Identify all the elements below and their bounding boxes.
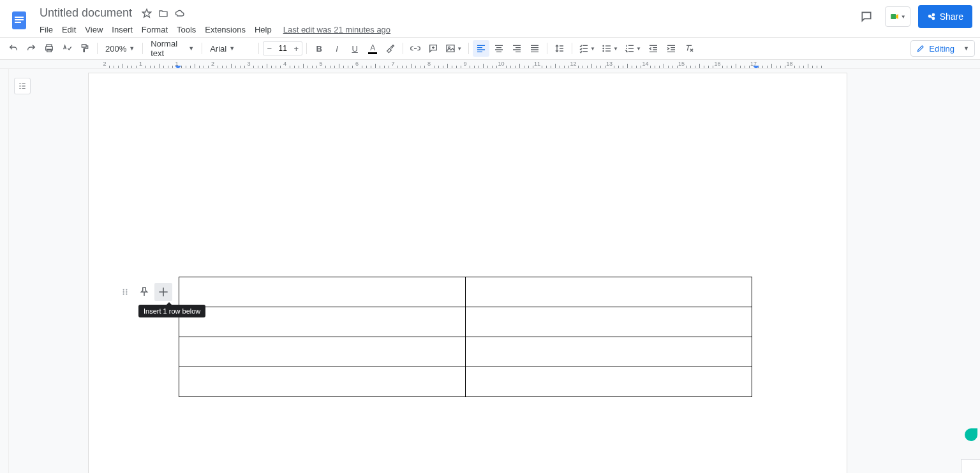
docs-logo[interactable] [8,9,31,32]
ruler-number: 2 [211,61,214,67]
toolbar-separator [547,43,547,54]
insert-link-button[interactable] [407,40,424,57]
ruler-number: 5 [319,61,322,67]
menu-insert[interactable]: Insert [108,22,137,37]
font-size-control: − + [263,41,302,55]
undo-button[interactable] [5,40,22,57]
checklist-button[interactable]: ▼ [576,40,598,57]
spellcheck-button[interactable] [59,40,75,57]
toolbar-separator [97,43,98,54]
ruler-number: 8 [427,61,431,67]
ruler-number: 11 [534,61,540,67]
menu-extensions[interactable]: Extensions [201,22,249,37]
header-right: ▼ Share [856,5,972,28]
svg-rect-5 [891,14,896,19]
svg-rect-3 [15,22,21,23]
horizontal-ruler[interactable]: 21123456789101112131415161718 [0,60,980,69]
redo-button[interactable] [23,40,40,57]
font-size-decrease[interactable]: − [264,42,275,55]
meet-button[interactable]: ▼ [885,6,910,27]
menu-help[interactable]: Help [251,22,276,37]
svg-rect-17 [605,50,611,51]
font-size-increase[interactable]: + [290,42,302,55]
align-center-button[interactable] [491,40,507,57]
svg-marker-6 [896,14,898,19]
zoom-select[interactable]: 200%▼ [101,41,138,56]
title-row: Untitled document [36,5,856,21]
ruler-number: 12 [570,61,576,67]
ruler-number: 13 [606,61,612,67]
align-left-button[interactable] [473,40,489,57]
toolbar-separator [572,43,572,54]
toolbar: 200%▼ Normal text▼ Arial▼ − + B I U A ▼ … [0,37,980,60]
font-select[interactable]: Arial▼ [206,41,255,56]
document-title[interactable]: Untitled document [36,5,136,21]
align-right-button[interactable] [509,40,525,57]
ruler-number: 15 [678,61,685,67]
line-spacing-button[interactable] [551,40,568,57]
bold-button[interactable]: B [311,40,327,57]
ruler-number: 4 [283,61,286,67]
svg-point-14 [602,50,604,52]
title-icons [141,8,186,19]
svg-marker-4 [142,9,151,17]
underline-button[interactable]: U [346,40,363,57]
insert-image-button[interactable]: ▼ [443,40,464,57]
ruler-number: 2 [103,61,106,67]
ruler-number: 14 [642,61,648,67]
menu-format[interactable]: Format [138,22,172,37]
italic-button[interactable]: I [329,40,345,57]
svg-rect-9 [47,49,52,52]
menubar: File Edit View Insert Format Tools Exten… [36,22,856,37]
header: Untitled document File Edit View Insert … [0,0,980,37]
ruler-number: 7 [391,61,394,67]
clear-formatting-button[interactable] [681,40,697,57]
paint-format-button[interactable] [77,40,93,57]
svg-point-13 [602,48,604,50]
menu-tools[interactable]: Tools [173,22,200,37]
star-icon[interactable] [141,8,152,19]
svg-rect-15 [605,45,611,46]
numbered-list-button[interactable]: ▼ [622,40,644,57]
menu-file[interactable]: File [36,22,57,37]
toolbar-separator [403,43,403,54]
ruler-number: 18 [786,61,792,67]
decrease-indent-button[interactable] [645,40,662,57]
share-label: Share [940,11,963,22]
share-button[interactable]: Share [918,5,972,28]
toolbar-separator [468,43,469,54]
toolbar-separator [258,43,259,54]
ruler-number: 6 [355,61,359,67]
last-edit-link[interactable]: Last edit was 21 minutes ago [283,25,390,34]
toolbar-separator [142,43,143,54]
ruler-number: 16 [714,61,720,67]
menu-edit[interactable]: Edit [58,22,80,37]
comment-history-icon[interactable] [856,6,877,27]
svg-point-12 [602,45,604,47]
svg-rect-16 [605,48,611,48]
ruler-number: 10 [498,61,504,67]
title-block: Untitled document File Edit View Insert … [36,5,856,37]
ruler-number: 1 [139,61,142,67]
ruler-number: 3 [247,61,250,67]
bulleted-list-button[interactable]: ▼ [599,40,621,57]
editing-mode-select[interactable]: Editing ▼ [910,40,975,57]
svg-rect-2 [15,19,24,20]
font-size-input[interactable] [275,42,290,55]
cloud-status-icon[interactable] [174,8,186,19]
ruler-number: 9 [463,61,466,67]
move-icon[interactable] [158,8,169,19]
text-color-button[interactable]: A [364,40,381,57]
increase-indent-button[interactable] [663,40,679,57]
highlight-button[interactable] [382,40,399,57]
align-justify-button[interactable] [526,40,543,57]
toolbar-separator [306,43,307,54]
add-comment-button[interactable] [425,40,442,57]
svg-rect-1 [15,17,24,18]
menu-view[interactable]: View [81,22,107,37]
print-button[interactable] [41,40,57,57]
toolbar-separator [202,43,202,54]
style-select[interactable]: Normal text▼ [147,41,198,56]
